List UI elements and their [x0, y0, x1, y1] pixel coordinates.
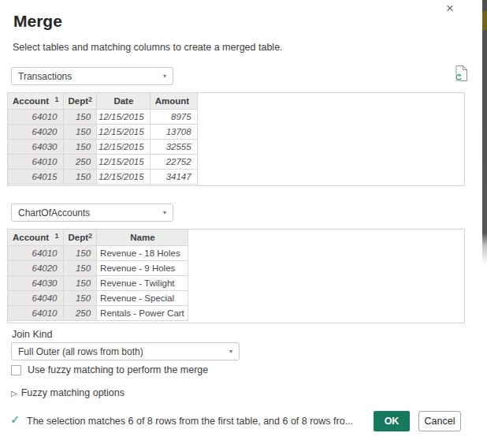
cell: 250: [63, 154, 97, 169]
cell: Rentals - Power Cart: [97, 305, 188, 320]
table-row: 6401025012/15/201522752: [8, 154, 197, 169]
cell: 64030: [8, 139, 63, 154]
column-header-amount[interactable]: Amount: [150, 93, 197, 109]
table-row: 64020150Revenue - 9 Holes: [8, 260, 188, 275]
column-header-account[interactable]: Account1: [8, 93, 63, 109]
cell: 64010: [8, 305, 63, 320]
chart-of-accounts-table: Account1Dept2Name64010150Revenue - 18 Ho…: [8, 230, 188, 321]
match-order-badge: 2: [88, 95, 92, 103]
second-table-preview: Account1Dept2Name64010150Revenue - 18 Ho…: [7, 229, 465, 323]
table-row: 6402015012/15/201513708: [8, 124, 197, 139]
cancel-button[interactable]: Cancel: [418, 411, 461, 431]
column-header-account[interactable]: Account1: [8, 230, 63, 245]
first-table-preview: Account1Dept2DateAmount6401015012/15/201…: [7, 92, 465, 186]
second-table-select[interactable]: ChartOfAccounts ▾: [11, 203, 173, 222]
second-table-select-value: ChartOfAccounts: [18, 207, 90, 218]
merge-dialog: × Merge Select tables and matching colum…: [0, 0, 487, 448]
table-row: 64040150Revenue - Special: [8, 290, 188, 305]
fuzzy-options-expander[interactable]: ▷ Fuzzy matching options: [11, 387, 125, 398]
column-header-name[interactable]: Name: [97, 230, 188, 245]
checkbox-icon[interactable]: [11, 365, 21, 375]
cell: 64010: [8, 154, 63, 169]
cell: 34147: [150, 169, 197, 184]
cell: 150: [63, 290, 97, 305]
cell: 12/15/2015: [97, 154, 151, 169]
join-kind-label: Join Kind: [12, 329, 52, 340]
cell: 150: [63, 260, 97, 275]
cell: 64040: [8, 290, 63, 305]
fuzzy-matching-checkbox[interactable]: Use fuzzy matching to perform the merge: [11, 364, 208, 375]
cell: 150: [63, 109, 97, 124]
cell: Revenue - 18 Holes: [97, 245, 188, 260]
fuzzy-options-label: Fuzzy matching options: [21, 387, 125, 398]
first-table-select-value: Transactions: [18, 71, 72, 82]
match-order-badge: 1: [54, 95, 58, 103]
join-kind-select[interactable]: Full Outer (all rows from both) ▾: [11, 342, 240, 360]
cell: 22752: [150, 154, 197, 169]
cell: 12/15/2015: [97, 109, 151, 124]
chevron-down-icon: ▾: [163, 73, 166, 80]
cell: 12/15/2015: [97, 139, 151, 154]
column-header-dept[interactable]: Dept2: [63, 93, 97, 109]
cell: 64010: [8, 109, 63, 124]
cell: 13708: [150, 124, 197, 139]
join-kind-select-value: Full Outer (all rows from both): [18, 346, 143, 357]
cell: 12/15/2015: [97, 124, 151, 139]
close-icon[interactable]: ×: [442, 1, 458, 17]
background-window-edge: [482, 0, 487, 448]
cell: 64020: [8, 124, 63, 139]
table-row: 6403015012/15/201532555: [8, 139, 197, 154]
cell: 150: [63, 139, 97, 154]
fuzzy-matching-checkbox-label[interactable]: Use fuzzy matching to perform the merge: [28, 364, 208, 375]
table-row: 64010250Rentals - Power Cart: [8, 305, 188, 320]
column-header-dept[interactable]: Dept2: [63, 230, 97, 245]
cell: 64010: [8, 245, 63, 260]
cell: 250: [63, 305, 97, 320]
cell: 12/15/2015: [97, 169, 151, 184]
transactions-table: Account1Dept2DateAmount6401015012/15/201…: [8, 93, 198, 185]
cell: 150: [63, 275, 97, 290]
page-title: Merge: [13, 12, 62, 31]
column-header-date[interactable]: Date: [97, 93, 151, 109]
table-row: 64010150Revenue - 18 Holes: [8, 245, 188, 260]
cell: 32555: [150, 139, 197, 154]
first-table-select[interactable]: Transactions ▾: [11, 67, 173, 85]
cell: 150: [63, 169, 97, 184]
cell: 150: [63, 124, 97, 139]
table-row: 6401015012/15/20158975: [8, 109, 197, 124]
match-order-badge: 1: [54, 232, 58, 240]
status-message: The selection matches 6 of 8 rows from t…: [27, 416, 353, 427]
cell: 64015: [8, 169, 63, 184]
cell: 64020: [8, 260, 63, 275]
match-order-badge: 2: [88, 232, 92, 240]
cell: 8975: [150, 109, 197, 124]
status-check-icon: ✓: [10, 413, 20, 427]
dialog-subtitle: Select tables and matching columns to cr…: [13, 42, 283, 53]
cell: Revenue - Special: [97, 290, 188, 305]
cell: Revenue - 9 Holes: [97, 260, 188, 275]
cell: 64030: [8, 275, 63, 290]
refresh-preview-icon[interactable]: [455, 65, 469, 82]
ok-button[interactable]: OK: [374, 411, 410, 431]
chevron-down-icon: ▾: [229, 348, 232, 355]
table-row: 6401515012/15/201534147: [8, 169, 197, 184]
cell: Revenue - Twilight: [97, 275, 188, 290]
cell: 150: [63, 245, 97, 260]
chevron-down-icon: ▾: [163, 209, 166, 216]
expander-triangle-icon: ▷: [11, 389, 17, 398]
table-row: 64030150Revenue - Twilight: [8, 275, 188, 290]
